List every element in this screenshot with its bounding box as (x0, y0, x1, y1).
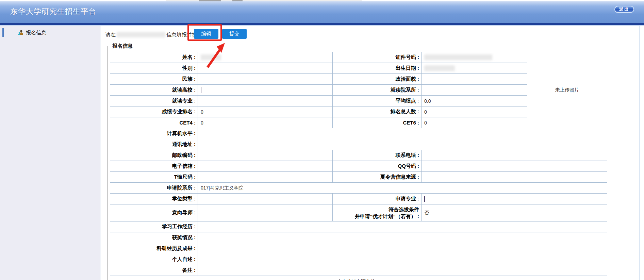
field-label: CET6 : (333, 117, 422, 128)
field-value (198, 161, 333, 172)
field-value (198, 194, 333, 204)
instruction-text: 请在信息填报并提交。 (105, 32, 207, 38)
field-label: 备注 : (110, 265, 198, 276)
field-label: 排名总人数 : (333, 106, 422, 117)
content-right-border (640, 26, 640, 280)
field-value[interactable] (422, 194, 607, 204)
field-value[interactable] (198, 85, 333, 96)
header-divider (0, 23, 644, 25)
field-label: 联系电话 : (333, 150, 422, 161)
field-label: 个人自述 : (110, 254, 198, 265)
instruction-prefix: 请在 (105, 32, 116, 37)
table-row: 姓名 :证件号码 :未上传照片 (110, 52, 607, 63)
table-row: 备注 : (110, 265, 607, 276)
text-cursor (424, 196, 425, 202)
field-label: 学习工作经历 : (110, 221, 198, 232)
field-value (198, 150, 333, 161)
field-value (422, 63, 527, 74)
field-value (198, 139, 607, 150)
files-note-cell: 未上传过申请文件。 (110, 276, 607, 280)
field-label: 申请专业 : (333, 194, 422, 204)
field-value (198, 204, 333, 221)
redacted-blur (424, 54, 492, 60)
table-row: 通讯地址 : (110, 139, 607, 150)
field-label: 平均绩点 : (333, 96, 422, 106)
app-body: 报名信息 请在信息填报并提交。 编辑 提交 报名信息 姓名 (0, 26, 644, 280)
field-label: CET4 : (110, 117, 198, 128)
redacted-blur (201, 54, 221, 60)
field-value: 017|马克思主义学院 (198, 183, 607, 194)
field-value (198, 52, 333, 63)
field-label: 姓名 : (110, 52, 198, 63)
field-label: 民族 : (110, 74, 198, 85)
field-label: 政治面貌 : (333, 74, 422, 85)
photo-placeholder: 未上传照片 (527, 52, 607, 128)
edit-button[interactable]: 编辑 (194, 29, 218, 39)
table-row: 未上传过申请文件。 (110, 276, 607, 280)
field-value (198, 96, 333, 106)
logout-button[interactable]: 退出 (614, 6, 634, 13)
sidebar-item-accent (2, 28, 4, 37)
page-title: 东华大学研究生招生平台 (10, 6, 96, 17)
table-row: 电子信箱 :QQ号码 : (110, 161, 607, 172)
field-label: 电子信箱 : (110, 161, 198, 172)
sidebar-item-label: 报名信息 (26, 30, 46, 36)
field-label: 计算机水平 : (110, 128, 198, 139)
redacted-blur (424, 65, 455, 71)
field-label: 成绩专业排名 : (110, 106, 198, 117)
field-label: 申请院系所 : (110, 183, 198, 194)
field-label: 就读高校 : (110, 85, 198, 96)
user-icon (18, 30, 24, 36)
field-label: 获奖情况 : (110, 232, 198, 243)
main-content: 请在信息填报并提交。 编辑 提交 报名信息 姓名 :证件号码 :未上传照片性别 … (101, 26, 644, 280)
field-value (198, 265, 607, 276)
field-label: 就读院系所 : (333, 85, 422, 96)
field-value: 0 (198, 106, 333, 117)
table-row: 学位类型 :申请专业 : (110, 194, 607, 204)
field-label: 邮政编码 : (110, 150, 198, 161)
field-value: 0 (422, 106, 527, 117)
field-value: 0.0 (422, 96, 527, 106)
table-row: T恤尺码 :夏令营信息来源 : (110, 172, 607, 183)
application-info-table: 姓名 :证件号码 :未上传照片性别 :出生日期 :民族 :政治面貌 :就读高校 … (110, 52, 607, 280)
field-value (198, 74, 333, 85)
table-row: 意向导师 :符合选拔条件并申请“优才计划”（若有） :否 (110, 204, 607, 221)
field-label: 夏令营信息来源 : (333, 172, 422, 183)
text-cursor (201, 87, 201, 93)
field-value (198, 63, 333, 74)
field-label: 意向导师 : (110, 204, 198, 221)
table-row: 学习工作经历 : (110, 221, 607, 232)
field-label: T恤尺码 : (110, 172, 198, 183)
field-value (422, 161, 607, 172)
field-label: 证件号码 : (333, 52, 422, 63)
submit-button[interactable]: 提交 (222, 29, 247, 39)
sidebar: 报名信息 (0, 26, 100, 280)
app-header: 东华大学研究生招生平台 退出 (0, 1, 644, 23)
fieldset-legend: 报名信息 (111, 43, 134, 49)
field-value (198, 221, 607, 232)
table-row: 个人自述 : (110, 254, 607, 265)
table-row: 计算机水平 : (110, 128, 607, 139)
table-row: 科研经历及成果 : (110, 243, 607, 254)
field-label: QQ号码 : (333, 161, 422, 172)
field-value (422, 150, 607, 161)
field-label: 就读专业 : (110, 96, 198, 106)
redacted-blur (117, 32, 165, 37)
field-label: 符合选拔条件并申请“优才计划”（若有） : (333, 204, 422, 221)
field-value (198, 172, 333, 183)
table-row: 获奖情况 : (110, 232, 607, 243)
field-label: 科研经历及成果 : (110, 243, 198, 254)
table-row: 申请院系所 :017|马克思主义学院 (110, 183, 607, 194)
field-label: 性别 : (110, 63, 198, 74)
sidebar-item-application-info[interactable]: 报名信息 (0, 28, 100, 37)
field-label: 通讯地址 : (110, 139, 198, 150)
application-info-fieldset: 报名信息 姓名 :证件号码 :未上传照片性别 :出生日期 :民族 :政治面貌 :… (107, 43, 610, 280)
field-value (422, 85, 527, 96)
field-value (422, 172, 607, 183)
field-value (422, 74, 527, 85)
field-label: 出生日期 : (333, 63, 422, 74)
field-value: 0 (422, 117, 527, 128)
app-window: 东华大学研究生招生平台 退出 报名信息 (0, 0, 644, 280)
table-row: 邮政编码 :联系电话 : (110, 150, 607, 161)
field-label: 学位类型 : (110, 194, 198, 204)
